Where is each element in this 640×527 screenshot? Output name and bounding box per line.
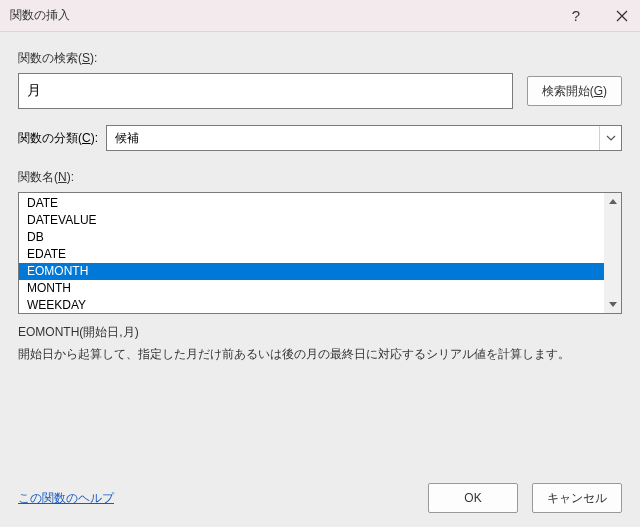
list-item[interactable]: DATE: [19, 195, 604, 212]
scroll-down-icon[interactable]: [604, 296, 621, 313]
cancel-button[interactable]: キャンセル: [532, 483, 622, 513]
scrollbar[interactable]: [604, 193, 621, 313]
list-item[interactable]: DATEVALUE: [19, 212, 604, 229]
list-item[interactable]: DB: [19, 229, 604, 246]
window-buttons: ?: [568, 8, 630, 24]
category-select[interactable]: 候補: [106, 125, 622, 151]
function-description: 開始日から起算して、指定した月だけ前あるいは後の月の最終日に対応するシリアル値を…: [18, 345, 622, 363]
list-item[interactable]: EDATE: [19, 246, 604, 263]
help-link[interactable]: この関数のヘルプ: [18, 490, 414, 507]
category-row: 関数の分類(C): 候補: [18, 125, 622, 151]
function-name-label: 関数名(N):: [18, 169, 622, 186]
category-selected-value: 候補: [115, 130, 139, 147]
search-label: 関数の検索(S):: [18, 50, 622, 67]
function-listbox[interactable]: DATEDATEVALUEDBEDATEEOMONTHMONTHWEEKDAY: [18, 192, 622, 314]
search-input[interactable]: [18, 73, 513, 109]
help-icon[interactable]: ?: [568, 8, 584, 24]
category-label: 関数の分類(C):: [18, 130, 98, 147]
list-item[interactable]: WEEKDAY: [19, 297, 604, 313]
scroll-track[interactable]: [604, 210, 621, 296]
search-start-button[interactable]: 検索開始(G): [527, 76, 622, 106]
footer: この関数のヘルプ OK キャンセル: [0, 469, 640, 527]
chevron-down-icon: [599, 126, 621, 150]
ok-button[interactable]: OK: [428, 483, 518, 513]
list-item[interactable]: MONTH: [19, 280, 604, 297]
content-area: 関数の検索(S): 検索開始(G) 関数の分類(C): 候補 関数名(N): D…: [0, 32, 640, 469]
function-syntax: EOMONTH(開始日,月): [18, 324, 622, 341]
close-icon[interactable]: [614, 8, 630, 24]
scroll-up-icon[interactable]: [604, 193, 621, 210]
list-item[interactable]: EOMONTH: [19, 263, 604, 280]
titlebar: 関数の挿入 ?: [0, 0, 640, 32]
function-items: DATEDATEVALUEDBEDATEEOMONTHMONTHWEEKDAY: [19, 193, 604, 313]
dialog-title: 関数の挿入: [10, 7, 568, 24]
search-row: 検索開始(G): [18, 73, 622, 109]
